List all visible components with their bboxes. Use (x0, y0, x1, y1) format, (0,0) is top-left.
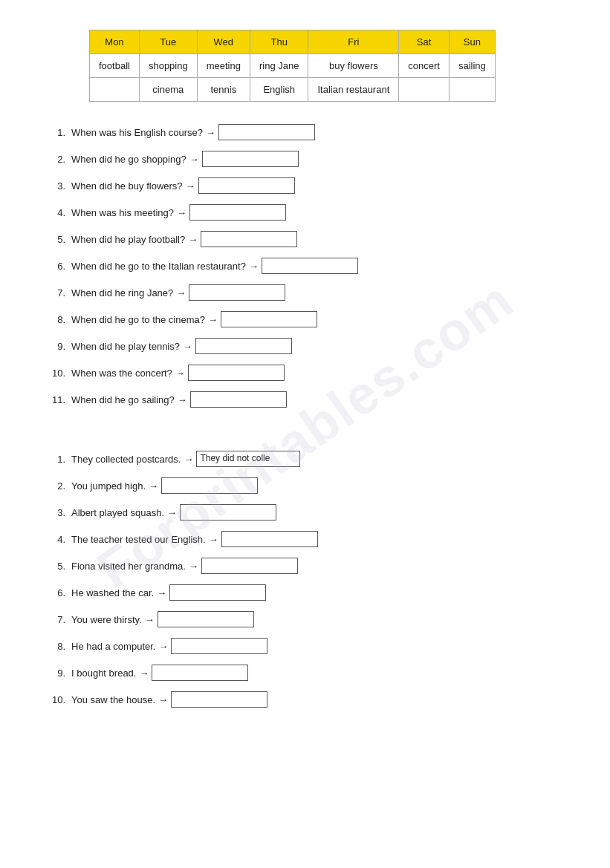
question-row: 9.I bought bread. → (45, 663, 565, 682)
answer-input-box[interactable] (198, 177, 295, 194)
arrow-icon: → (189, 561, 198, 572)
arrow-icon: → (176, 287, 186, 298)
question-row: 9.When did he play tennis? → (45, 336, 565, 356)
question-row: 7.You were thirsty. → (45, 610, 565, 629)
answer-input-box[interactable] (180, 504, 276, 521)
answer-input-box[interactable] (190, 391, 287, 408)
question-row: 2.You jumped high. → (45, 476, 565, 495)
question-text: Albert played squash. (71, 507, 164, 518)
arrow-icon: → (149, 480, 158, 492)
col-tue: Tue (139, 30, 197, 54)
question-number: 7. (45, 287, 71, 298)
question-row: 8.When did he go to the cinema? → (45, 310, 565, 329)
col-fri: Fri (308, 30, 399, 54)
answer-input-box[interactable] (171, 691, 267, 708)
question-row: 3.When did he buy flowers? → (45, 176, 565, 195)
row1-wed: meeting (197, 54, 250, 78)
answer-input-box[interactable] (171, 638, 267, 654)
answer-input-box[interactable] (201, 231, 297, 247)
row2-wed: tennis (197, 78, 250, 102)
answer-input-box[interactable] (152, 665, 248, 681)
arrow-icon: → (167, 507, 177, 518)
question-number: 4. (45, 207, 71, 218)
question-text: When was his meeting? (71, 207, 174, 218)
row2-sat (399, 78, 450, 102)
row1-mon: football (90, 54, 140, 78)
answer-input-box[interactable] (218, 124, 315, 140)
question-row: 7.When did he ring Jane? → (45, 283, 565, 302)
arrow-icon: → (188, 234, 198, 245)
question-number: 1. (45, 454, 71, 465)
question-number: 11. (45, 394, 71, 405)
answer-input-box[interactable] (201, 558, 298, 574)
answer-input-box[interactable] (189, 284, 285, 301)
row1-thu: ring Jane (250, 54, 308, 78)
arrow-icon: → (158, 641, 168, 652)
question-number: 3. (45, 507, 71, 518)
question-row: 8.He had a computer. → (45, 636, 565, 656)
answer-input-box[interactable] (221, 311, 317, 327)
row2-mon (90, 78, 140, 102)
arrow-icon: → (158, 694, 168, 705)
question-row: 4.The teacher tested our English. → (45, 529, 565, 549)
arrow-icon: → (157, 587, 166, 598)
question-text: You jumped high. (71, 480, 146, 492)
question-text: He washed the car. (71, 587, 154, 598)
schedule-table: Mon Tue Wed Thu Fri Sat Sun football sho… (89, 30, 496, 102)
col-wed: Wed (197, 30, 250, 54)
answer-input-box[interactable] (188, 365, 285, 381)
question-text: When did he go to the cinema? (71, 314, 205, 325)
question-number: 2. (45, 154, 71, 165)
arrow-icon: → (178, 394, 187, 405)
question-number: 4. (45, 534, 71, 545)
answer-input-box[interactable] (169, 584, 266, 601)
row1-tue: shopping (139, 54, 197, 78)
question-row: 4.When was his meeting? → (45, 203, 565, 222)
question-number: 5. (45, 561, 71, 572)
answer-input-box[interactable] (161, 477, 258, 494)
question-row: 2.When did he go shopping? → (45, 149, 565, 169)
row2-sun (449, 78, 495, 102)
question-text: I bought bread. (71, 668, 136, 679)
question-text: When did he go to the Italian restaurant… (71, 261, 246, 272)
arrow-icon: → (208, 314, 218, 325)
row1-fri: buy flowers (308, 54, 399, 78)
answer-input-box[interactable] (189, 204, 286, 221)
question-number: 8. (45, 314, 71, 325)
question-row: 11.When did he go sailing? → (45, 390, 565, 409)
answer-filled-box[interactable]: They did not colle (196, 451, 300, 467)
question-row: 5.When did he play football? → (45, 229, 565, 249)
row2-thu: English (250, 78, 308, 102)
arrow-icon: → (186, 180, 195, 192)
question-row: 6.He washed the car. → (45, 583, 565, 602)
col-thu: Thu (250, 30, 308, 54)
question-row: 1.When was his English course? → (45, 123, 565, 142)
question-text: When did he go sailing? (71, 394, 175, 405)
col-sun: Sun (449, 30, 495, 54)
section2: 1.They collected postcards. →They did no… (45, 449, 565, 709)
arrow-icon: → (189, 154, 199, 165)
answer-input-box[interactable] (202, 151, 299, 167)
question-text: When did he go shopping? (71, 154, 186, 165)
question-text: When did he ring Jane? (71, 287, 173, 298)
question-number: 10. (45, 694, 71, 705)
arrow-icon: → (184, 454, 193, 465)
question-text: Fiona visited her grandma. (71, 561, 186, 572)
question-text: When was the concert? (71, 368, 172, 379)
answer-input-box[interactable] (158, 611, 254, 627)
question-row: 10.You saw the house. → (45, 690, 565, 709)
question-number: 6. (45, 587, 71, 598)
question-text: The teacher tested our English. (71, 534, 206, 545)
answer-input-box[interactable] (262, 258, 358, 274)
question-row: 10.When was the concert? → (45, 363, 565, 382)
question-number: 9. (45, 341, 71, 352)
question-row: 3.Albert played squash. → (45, 503, 565, 522)
col-sat: Sat (399, 30, 450, 54)
question-number: 8. (45, 641, 71, 652)
row2-fri: Italian restaurant (308, 78, 399, 102)
col-mon: Mon (90, 30, 140, 54)
row1-sun: sailing (449, 54, 495, 78)
answer-input-box[interactable] (195, 338, 292, 354)
answer-input-box[interactable] (221, 531, 318, 547)
question-text: When did he play tennis? (71, 341, 180, 352)
